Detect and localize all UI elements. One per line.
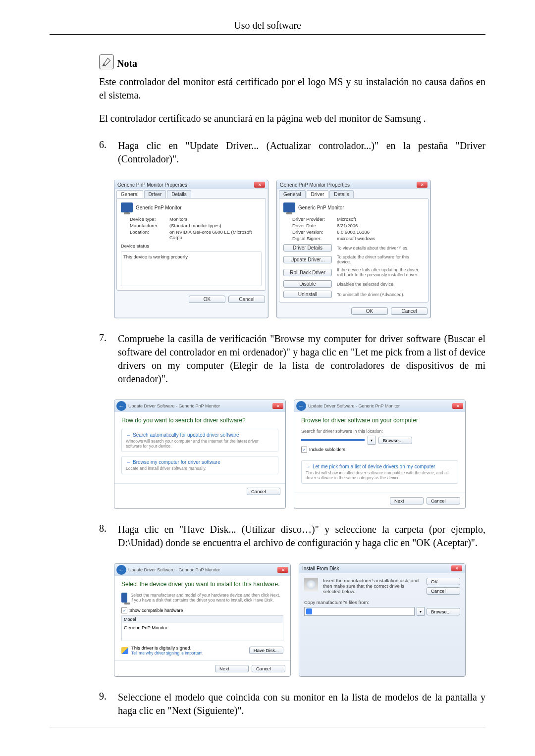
arrow-icon: → <box>306 464 311 469</box>
note-paragraph-2: El controlador certificado se anunciará … <box>99 112 485 125</box>
ifd-title: Install From Disk <box>302 566 339 571</box>
lbl-driver-provider: Driver Provider: <box>292 216 337 222</box>
select-desc: Select the manufacturer and model of you… <box>130 593 283 603</box>
back-icon[interactable]: ← <box>296 401 306 411</box>
step-9-text: Seleccione el modelo que coincida con su… <box>118 691 485 717</box>
driver-details-desc: To view details about the driver files. <box>337 246 424 251</box>
val-device-type: Monitors <box>169 216 262 222</box>
show-compatible-checkbox[interactable]: ✓ <box>121 607 127 613</box>
arrow-icon: → <box>126 432 131 438</box>
uninstall-desc: To uninstall the driver (Advanced). <box>337 292 424 297</box>
step-9-number: 9. <box>99 691 109 717</box>
update-wizard-search: ← Update Driver Software - Generic PnP M… <box>114 400 286 509</box>
note-paragraph-1: Este controlador del monitor está certif… <box>99 75 485 102</box>
back-icon[interactable]: ← <box>116 401 126 411</box>
drive-icon <box>306 608 312 614</box>
tab-driver[interactable]: Driver <box>144 190 166 198</box>
dialog-title: Generic PnP Monitor Properties <box>280 182 350 188</box>
copy-path-input[interactable]: A:\ <box>304 607 415 616</box>
choice-browse-computer[interactable]: →Browse my computer for driver software … <box>121 456 278 474</box>
include-subfolders-label: Include subfolders <box>309 447 345 452</box>
ok-button[interactable]: OK <box>427 578 460 585</box>
close-icon[interactable]: ✕ <box>254 182 265 188</box>
tab-details[interactable]: Details <box>329 190 354 198</box>
device-status-box: This device is working properly. <box>121 252 262 286</box>
have-disk-button[interactable]: Have Disk... <box>249 647 283 654</box>
wizard-breadcrumb: Update Driver Software - Generic PnP Mon… <box>128 567 220 572</box>
disable-button[interactable]: Disable <box>283 280 332 288</box>
uninstall-button[interactable]: Uninstall <box>283 291 332 298</box>
monitor-icon <box>283 202 295 212</box>
model-header: Model <box>122 616 283 623</box>
ok-button[interactable]: OK <box>351 307 388 315</box>
shield-icon <box>121 647 128 654</box>
select-heading: Select the device driver you want to ins… <box>121 581 283 588</box>
tab-general[interactable]: General <box>116 190 143 198</box>
cancel-button[interactable]: Cancel <box>228 296 265 303</box>
choice-pick-from-list[interactable]: →Let me pick from a list of device drive… <box>301 460 458 484</box>
cancel-button[interactable]: Cancel <box>427 497 460 504</box>
update-driver-button[interactable]: Update Driver... <box>283 256 332 263</box>
step-6-text: Haga clic en "Update Driver... (Actualiz… <box>118 139 485 166</box>
monitor-properties-driver-dialog: Generic PnP Monitor Properties ✕ General… <box>276 180 431 318</box>
lbl-driver-date: Driver Date: <box>292 223 337 228</box>
choice-pick-title: Let me pick from a list of device driver… <box>313 464 435 469</box>
header-title: Uso del software <box>234 20 301 31</box>
device-name: Generic PnP Monitor <box>298 205 344 210</box>
dropdown-icon[interactable]: ▾ <box>417 607 425 616</box>
choice-browse-title: Browse my computer for driver software <box>133 459 220 465</box>
footer-rule <box>50 727 485 727</box>
select-driver-wizard: ← Update Driver Software - Generic PnP M… <box>114 563 291 677</box>
dropdown-icon[interactable]: ▾ <box>368 436 375 445</box>
tab-driver[interactable]: Driver <box>307 190 329 198</box>
cancel-button[interactable]: Cancel <box>247 488 280 495</box>
next-button[interactable]: Next <box>215 665 249 672</box>
cancel-button[interactable]: Cancel <box>427 587 460 595</box>
model-item-text: Generic PnP Monitor <box>124 625 167 630</box>
show-compatible-label: Show compatible hardware <box>129 608 183 613</box>
val-driver-date: 6/21/2006 <box>337 223 424 228</box>
cancel-button[interactable]: Cancel <box>391 307 428 315</box>
tab-details[interactable]: Details <box>167 190 191 198</box>
step-8-number: 8. <box>99 523 109 550</box>
disk-icon <box>304 578 318 592</box>
wizard-breadcrumb: Update Driver Software - Generic PnP Mon… <box>128 403 220 408</box>
val-manufacturer: (Standard monitor types) <box>169 223 262 228</box>
device-name: Generic PnP Monitor <box>136 205 182 210</box>
close-icon[interactable]: ✕ <box>272 403 283 409</box>
driver-details-button[interactable]: Driver Details <box>283 244 332 252</box>
device-status-text: This device is working properly. <box>123 254 189 259</box>
next-button[interactable]: Next <box>390 497 424 504</box>
tab-general[interactable]: General <box>279 190 306 198</box>
ifd-text: Insert the manufacturer's installation d… <box>323 578 422 595</box>
update-wizard-browse: ← Update Driver Software - Generic PnP M… <box>294 400 466 509</box>
choice-search-auto[interactable]: →Search automatically for updated driver… <box>121 429 278 452</box>
val-driver-provider: Microsoft <box>337 216 424 222</box>
close-icon[interactable]: ✕ <box>452 403 463 409</box>
browse-button[interactable]: Browse... <box>378 437 412 444</box>
rollback-driver-desc: If the device fails after updating the d… <box>337 267 424 277</box>
label-device-status: Device status <box>121 243 262 249</box>
browse-button[interactable]: Browse... <box>427 608 460 615</box>
copy-label: Copy manufacturer's files from: <box>304 600 460 605</box>
choice-browse-desc: Locate and install driver software manua… <box>126 466 274 471</box>
cancel-button[interactable]: Cancel <box>252 665 285 672</box>
choice-pick-desc: This list will show installed driver sof… <box>306 470 454 480</box>
model-list-item[interactable]: Generic PnP Monitor <box>122 623 283 641</box>
wizard-heading: How do you want to search for driver sof… <box>121 417 278 424</box>
close-icon[interactable]: ✕ <box>451 565 462 571</box>
wizard-breadcrumb: Update Driver Software - Generic PnP Mon… <box>308 403 400 408</box>
val-digital-signer: microsoft windows <box>337 236 424 241</box>
close-icon[interactable]: ✕ <box>417 182 428 188</box>
signed-text: This driver is digitally signed. <box>131 645 203 651</box>
monitor-icon <box>121 593 127 603</box>
include-subfolders-checkbox[interactable]: ✓ <box>301 447 307 453</box>
page-header: Uso del software <box>50 20 485 35</box>
close-icon[interactable]: ✕ <box>277 567 288 573</box>
location-input[interactable] <box>301 439 365 441</box>
signing-link[interactable]: Tell me why driver signing is important <box>131 651 203 655</box>
back-icon[interactable]: ← <box>116 565 126 575</box>
rollback-driver-button[interactable]: Roll Back Driver <box>283 269 332 276</box>
install-from-disk-dialog: Install From Disk ✕ Insert the manufactu… <box>299 563 466 677</box>
ok-button[interactable]: OK <box>189 296 225 303</box>
